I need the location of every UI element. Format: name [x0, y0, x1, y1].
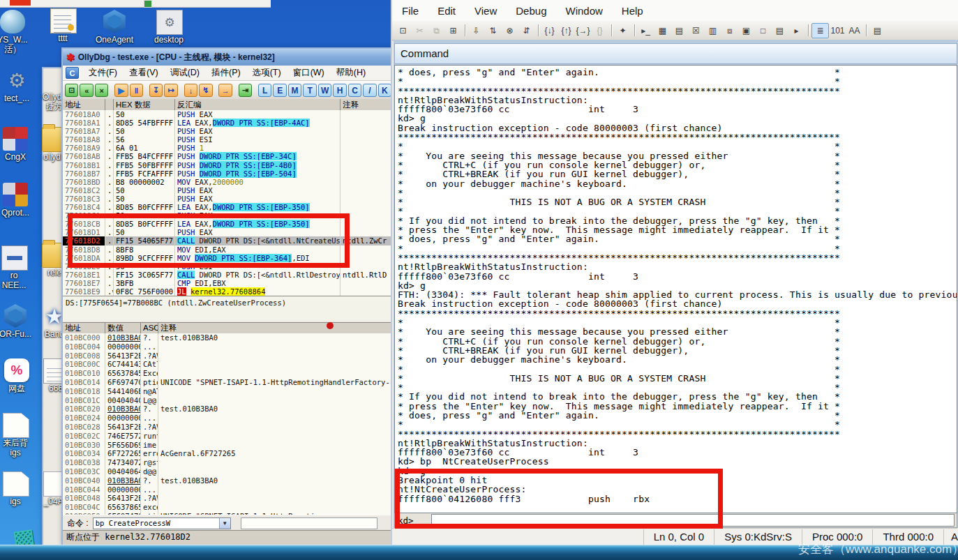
windbg-menu-help[interactable]: Help: [622, 5, 643, 17]
disasm-row-776018B1[interactable]: 776018B1.FFB5 50FBFFFFPUSH DWORD PTR SS:…: [63, 161, 393, 169]
disasm-row-776018C4[interactable]: 776018C4.8D85 B0FCFFFFLEA EAX,DWORD PTR …: [63, 203, 393, 211]
windbg-toolbar-button-3[interactable]: ⊞: [445, 24, 461, 38]
olly-toolbar-button-↯[interactable]: ↯: [199, 84, 212, 97]
dump-row-010BC010[interactable]: 010BC01065637845Exce: [63, 369, 393, 378]
windbg-toolbar-button-22[interactable]: ⧈: [721, 24, 738, 38]
desktop-icon-来后背[interactable]: [3, 413, 29, 438]
dump-row-010BC008[interactable]: 010BC00856413F2E.?AV: [63, 351, 393, 361]
windbg-toolbar-button-18[interactable]: ▦: [654, 24, 671, 38]
desktop-icon-ys-w-[interactable]: [0, 10, 25, 33]
windbg-toolbar-button-11[interactable]: {↑}: [558, 24, 574, 38]
disasm-row-776018A8[interactable]: 776018A8.56PUSH ESI: [63, 135, 393, 144]
disasm-row-776018B7[interactable]: 776018B7.FFB5 FCFAFFFFPUSH DWORD PTR SS:…: [63, 169, 393, 178]
dump-row-010BC004[interactable]: 010BC00400000000....: [63, 342, 393, 351]
olly-toolbar-button-l[interactable]: L: [258, 84, 271, 97]
windbg-toolbar-button-24[interactable]: □: [755, 24, 771, 38]
windbg-menu-view[interactable]: View: [474, 5, 497, 17]
olly-toolbar-button-t[interactable]: T: [303, 84, 316, 97]
windbg-toolbar-button-5[interactable]: ⇩: [468, 24, 484, 38]
disasm-row-776018E7[interactable]: 776018E7.3BFBCMP EDI,EBX: [63, 279, 393, 287]
windbg-menu-debug[interactable]: Debug: [516, 5, 546, 17]
olly-menu-item-帮助h[interactable]: 帮助(H): [331, 66, 371, 80]
command-extra-field[interactable]: [241, 517, 377, 529]
windbg-toolbar-button-8[interactable]: ⇵: [518, 24, 534, 38]
windbg-toolbar-button-12[interactable]: {→}: [575, 24, 591, 38]
olly-toolbar-button-/[interactable]: /: [363, 84, 376, 97]
ollydbg-titlebar[interactable]: ✱ OllyDbg - test.exe - [CPU - 主线程, 模块 - …: [63, 49, 393, 66]
windbg-toolbar-button-23[interactable]: ▣: [738, 24, 754, 38]
dump-row-010BC000[interactable]: 010BC000010B3BA0?.test.010B3BA0: [63, 333, 393, 342]
desktop-icon-qprot-[interactable]: [3, 183, 28, 206]
desktop-icon-ro[interactable]: [1, 245, 28, 271]
disasm-row-776018A7[interactable]: 776018A7.50PUSH EAX: [63, 127, 393, 135]
windbg-toolbar-button-25[interactable]: ▤: [772, 24, 788, 38]
windbg-toolbar-button-28[interactable]: ≣: [811, 23, 829, 38]
windbg-toolbar-button-10[interactable]: {↓}: [541, 24, 557, 38]
windbg-toolbar-button-30[interactable]: AA: [846, 24, 862, 38]
dump-row-010BC040[interactable]: 010BC040010B3BA0?.test.010B3BA0: [63, 476, 393, 485]
disasm-row-776018A9[interactable]: 776018A9.6A 01PUSH 1: [63, 144, 393, 152]
olly-menu-item-文件f[interactable]: 文件(F): [84, 66, 122, 80]
windbg-menu-window[interactable]: Window: [565, 5, 602, 17]
olly-toolbar-button-↦[interactable]: ↦: [164, 84, 177, 97]
olly-toolbar-button-×[interactable]: ×: [95, 84, 108, 97]
olly-toolbar-button-c[interactable]: C: [348, 84, 361, 97]
disasm-row-776018E1[interactable]: 776018E1.FF15 3C065F77CALL DWORD PTR DS:…: [63, 271, 393, 279]
olly-menu-item-选项t[interactable]: 选项(T): [248, 66, 286, 80]
windbg-toolbar-button-19[interactable]: ▤: [671, 24, 687, 38]
command-output[interactable]: * does, press "g" and "Enter" again. * *…: [394, 65, 957, 513]
olly-menu-item-插件p[interactable]: 插件(P): [207, 66, 246, 80]
olly-toolbar-button-⊡[interactable]: ⊡: [65, 84, 78, 97]
desktop-icon-igs[interactable]: [3, 471, 29, 497]
desktop-icon-oneagent[interactable]: [102, 10, 127, 33]
dump-row-010BC020[interactable]: 010BC020010B3BA0?.test.010B3BA0: [63, 404, 393, 414]
dump-row-010BC02C[interactable]: 010BC02C746E7572runt: [63, 432, 393, 441]
olly-toolbar-button-w[interactable]: W: [318, 84, 331, 97]
olly-toolbar-button-↓[interactable]: ↓: [184, 84, 197, 97]
disasm-row-776018AB[interactable]: 776018AB.FFB5 B4FCFFFFPUSH DWORD PTR SS:…: [63, 152, 393, 160]
dump-pane[interactable]: 地址数值ASCII注释010BC000010B3BA0?.test.010B3B…: [63, 322, 393, 515]
disasm-row-776018C2[interactable]: 776018C2.50PUSH EAX: [63, 186, 393, 195]
disasm-row-776018A1[interactable]: 776018A1.8D85 54FBFFFFLEA EAX,DWORD PTR …: [63, 119, 393, 127]
windbg-toolbar-button-15[interactable]: ✦: [615, 24, 631, 38]
windbg-menu-file[interactable]: File: [402, 5, 419, 17]
dump-row-010BC03C[interactable]: 010BC03C00404064d@@.: [63, 467, 393, 476]
desktop-icon-tttt[interactable]: [50, 8, 77, 33]
command-value[interactable]: bp CreateProcessW: [93, 519, 219, 527]
olly-toolbar-button-⇥[interactable]: ⇥: [239, 84, 252, 97]
disasm-row-776018BD[interactable]: 776018BD.B8 00000002MOV EAX,2000000: [63, 178, 393, 186]
windbg-toolbar-button-7[interactable]: ⊗: [502, 24, 518, 38]
dump-row-010BC04C[interactable]: 010BC04C65637865exce: [63, 503, 393, 512]
windbg-toolbar-button-29[interactable]: 101: [830, 24, 846, 38]
dump-row-010BC044[interactable]: 010BC04400000000....: [63, 485, 393, 494]
olly-toolbar-button-▶[interactable]: ▶: [114, 84, 128, 97]
desktop-icon-网盘[interactable]: %: [4, 358, 29, 382]
dump-row-010BC018[interactable]: 010BC0185441406En@AT: [63, 387, 393, 396]
command-combobox[interactable]: bp CreateProcessW ▼: [93, 517, 231, 529]
disasm-row-776018C3[interactable]: 776018C3.50PUSH EAX: [63, 195, 393, 203]
desktop-icon-or-fu-[interactable]: [3, 304, 28, 328]
chevron-down-icon[interactable]: ▼: [219, 518, 230, 529]
olly-toolbar-button-k[interactable]: K: [378, 84, 391, 97]
windbg-toolbar-button-26[interactable]: ▸: [788, 24, 804, 38]
dump-row-010BC030[interactable]: 010BC0305F656D69ime_: [63, 441, 393, 450]
olly-menu-item-调试d[interactable]: 调试(D): [165, 66, 204, 80]
windbg-toolbar-button-20[interactable]: ☒: [688, 24, 704, 38]
dump-row-010BC038[interactable]: 010BC03874734072r@st: [63, 458, 393, 467]
olly-toolbar-button-«[interactable]: «: [80, 84, 93, 97]
olly-toolbar-button-e[interactable]: E: [273, 84, 286, 97]
desktop-icon-tect-[interactable]: ⚙: [4, 68, 29, 92]
dump-row-010BC028[interactable]: 010BC02856413F2E.?AV: [63, 423, 393, 432]
windbg-toolbar-button-32[interactable]: ▤: [869, 24, 885, 38]
dump-row-010BC014[interactable]: 010BC0146F697470ptioUNICODE "SPNET-ISAPI…: [63, 378, 393, 387]
dump-row-010BC00C[interactable]: 010BC00C6C744143CAtl: [63, 360, 393, 369]
olly-toolbar-button-→[interactable]: →: [218, 84, 232, 97]
windbg-toolbar-button-17[interactable]: ▸_: [638, 24, 654, 38]
command-window-titlebar[interactable]: Command: [394, 43, 957, 64]
olly-toolbar-button-h[interactable]: H: [333, 84, 346, 97]
desktop-icon-cngx[interactable]: [3, 127, 28, 151]
olly-menu-item-查看v[interactable]: 查看(V): [124, 66, 163, 80]
dump-row-010BC048[interactable]: 010BC04856413F2E.?AV: [63, 494, 393, 503]
windbg-toolbar-button-6[interactable]: ⇅: [485, 24, 501, 38]
disasm-row-776018A0[interactable]: 776018A0.50PUSH EAX: [63, 110, 393, 119]
